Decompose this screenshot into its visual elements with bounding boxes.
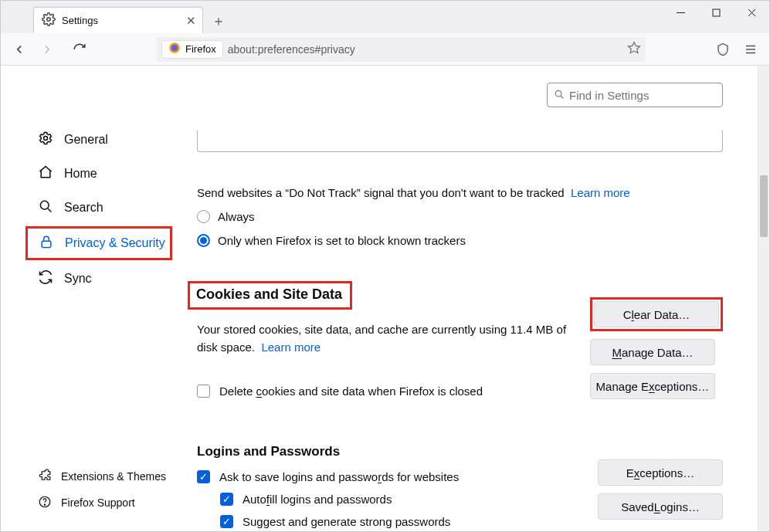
checkbox-label: Autofill logins and passwords	[243, 493, 392, 506]
home-icon	[38, 164, 53, 183]
scrollbar[interactable]	[758, 66, 769, 531]
sidebar-item-general[interactable]: General	[1, 123, 178, 157]
dnt-option-block-trackers[interactable]: Only when Firefox is set to block known …	[197, 234, 723, 247]
logins-heading: Logins and Passwords	[197, 444, 723, 459]
sidebar-label: Extensions & Themes	[61, 470, 166, 483]
sidebar-label: General	[64, 133, 108, 147]
settings-sidebar: General Home Search Privacy & Security	[1, 66, 178, 531]
highlight-clear-data: Clear Data…	[590, 297, 723, 331]
sidebar-label: Home	[64, 167, 97, 181]
gear-icon	[42, 12, 56, 29]
search-icon	[554, 89, 565, 102]
sidebar-support[interactable]: Firefox Support	[1, 490, 178, 516]
window-controls	[663, 1, 769, 24]
firefox-logo-icon	[168, 42, 181, 56]
cookies-button-column: Clear Data… Manage Data… Manage Exceptio…	[590, 297, 723, 399]
bookmark-star-icon[interactable]	[627, 41, 641, 57]
url-bar[interactable]: Firefox about:preferences#privacy	[157, 37, 646, 62]
svg-point-6	[40, 201, 49, 209]
radio-icon	[197, 210, 210, 223]
manage-data-button[interactable]: Manage Data…	[590, 339, 715, 365]
radio-icon	[197, 234, 210, 247]
sidebar-label: Firefox Support	[61, 496, 135, 509]
forward-button[interactable]	[35, 37, 59, 62]
find-in-settings-input[interactable]: Find in Settings	[547, 83, 723, 107]
sidebar-item-home[interactable]: Home	[1, 157, 178, 191]
sidebar-item-search[interactable]: Search	[1, 191, 178, 225]
svg-point-5	[44, 137, 48, 141]
window-titlebar: Settings ✕ ＋	[1, 1, 769, 33]
dnt-option-always[interactable]: Always	[197, 210, 723, 223]
search-icon	[38, 198, 53, 217]
checkbox-label: Delete cookies and site data when Firefo…	[219, 385, 483, 398]
svg-rect-7	[42, 241, 51, 247]
lock-icon	[39, 234, 54, 252]
url-text: about:preferences#privacy	[228, 43, 355, 56]
back-button[interactable]	[7, 37, 32, 62]
svg-point-10	[555, 90, 561, 97]
puzzle-icon	[38, 469, 52, 485]
checkbox-icon: ✓	[220, 515, 233, 528]
svg-marker-4	[629, 42, 640, 53]
sidebar-label: Search	[64, 201, 103, 215]
new-tab-button[interactable]: ＋	[206, 8, 231, 33]
logins-exceptions-button[interactable]: Exceptions…	[598, 459, 723, 486]
sidebar-item-sync[interactable]: Sync	[1, 262, 178, 296]
checkbox-icon: ✓	[197, 470, 210, 483]
checkbox-icon: ✓	[220, 493, 233, 506]
close-window-button[interactable]	[734, 1, 769, 24]
checkbox-label: Suggest and generate strong passwords	[243, 515, 450, 528]
cookies-heading: Cookies and Site Data	[196, 286, 342, 302]
tab-title: Settings	[62, 15, 98, 26]
reload-button[interactable]	[67, 37, 92, 62]
dnt-description: Send websites a “Do Not Track” signal th…	[197, 186, 723, 199]
highlight-privacy: Privacy & Security	[25, 226, 172, 260]
identity-box[interactable]: Firefox	[161, 40, 223, 59]
svg-rect-1	[713, 9, 720, 16]
checkbox-label: Ask to save logins and passwords for web…	[219, 470, 459, 483]
svg-point-3	[171, 45, 178, 51]
scrollbar-thumb[interactable]	[760, 175, 768, 237]
settings-page: General Home Search Privacy & Security	[1, 66, 769, 531]
settings-content: Find in Settings Send websites a “Do Not…	[178, 66, 769, 531]
svg-point-0	[47, 18, 51, 22]
identity-label: Firefox	[185, 43, 216, 55]
navigation-toolbar: Firefox about:preferences#privacy	[1, 33, 769, 66]
minimize-button[interactable]	[663, 1, 698, 24]
radio-label: Always	[218, 210, 255, 223]
sidebar-extensions[interactable]: Extensions & Themes	[1, 463, 178, 490]
partial-box	[197, 130, 723, 152]
checkbox-icon	[197, 385, 210, 398]
logins-button-column: Exceptions… Saved Logins…	[598, 459, 723, 520]
app-menu-button[interactable]	[738, 37, 763, 62]
clear-data-button[interactable]: Clear Data…	[594, 301, 719, 327]
sidebar-label: Privacy & Security	[65, 236, 165, 250]
cookies-description: Your stored cookies, site data, and cach…	[197, 320, 568, 357]
sidebar-item-privacy[interactable]: Privacy & Security	[28, 229, 170, 258]
help-icon	[38, 495, 52, 511]
radio-label: Only when Firefox is set to block known …	[218, 234, 466, 247]
cookies-learn-more-link[interactable]: Learn more	[261, 341, 321, 354]
svg-point-9	[44, 504, 45, 505]
maximize-button[interactable]	[698, 1, 734, 24]
dnt-learn-more-link[interactable]: Learn more	[571, 186, 630, 199]
manage-exceptions-button[interactable]: Manage Exceptions…	[590, 373, 715, 399]
search-placeholder: Find in Settings	[569, 89, 649, 102]
gear-icon	[38, 130, 53, 149]
pocket-button[interactable]	[711, 37, 735, 62]
saved-logins-button[interactable]: Saved Logins…	[598, 493, 723, 520]
close-tab-icon[interactable]: ✕	[186, 14, 196, 28]
sync-icon	[38, 269, 53, 288]
tab-settings[interactable]: Settings ✕	[33, 7, 203, 33]
sidebar-label: Sync	[64, 272, 92, 286]
highlight-cookies-heading: Cookies and Site Data	[188, 281, 352, 310]
